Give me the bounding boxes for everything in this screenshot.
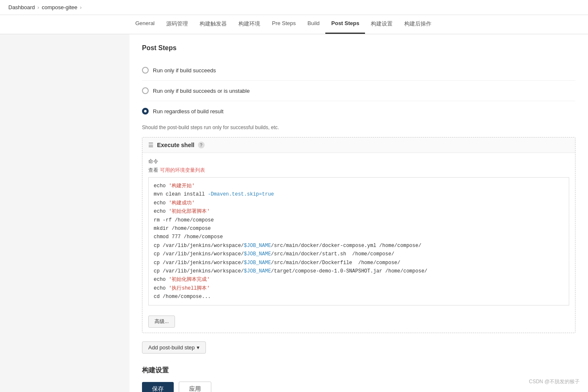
radio-circle-3 (142, 108, 149, 115)
save-button[interactable]: 保存 (142, 382, 174, 392)
radio-label-2: Run only if build succeeds or is unstabl… (153, 88, 250, 94)
tab-triggers[interactable]: 构建触发器 (194, 15, 233, 34)
tab-general[interactable]: General (129, 15, 160, 34)
content-area: Post Steps Run only if build succeeds Ru… (129, 34, 588, 392)
watermark: CSDN @不脱发的猴子 (529, 378, 580, 385)
tab-build[interactable]: Build (302, 15, 325, 34)
tab-env[interactable]: 构建环境 (233, 15, 266, 34)
radio-option-1[interactable]: Run only if build succeeds (142, 60, 575, 81)
main-layout: Post Steps Run only if build succeeds Ru… (0, 34, 588, 392)
env-prefix: 查看 (148, 167, 158, 173)
tab-post-actions[interactable]: 构建后操作 (398, 15, 437, 34)
shell-help-icon[interactable]: ? (198, 142, 205, 148)
tab-poststeps[interactable]: Post Steps (325, 15, 365, 34)
action-buttons: 保存 应用 (142, 382, 575, 392)
apply-button[interactable]: 应用 (179, 382, 211, 392)
build-settings-title: 构建设置 (142, 366, 575, 375)
tab-build-settings[interactable]: 构建设置 (365, 15, 398, 34)
breadcrumb-dashboard[interactable]: Dashboard (8, 4, 35, 10)
sidebar (0, 34, 129, 392)
tab-bar: General 源码管理 构建触发器 构建环境 Pre Steps Build … (0, 15, 588, 34)
add-post-build-step-button[interactable]: Add post-build step ▾ (142, 341, 206, 354)
execute-shell-block: ☰ Execute shell ? 命令 查看 可用的环境变量列表 echo '… (142, 137, 575, 333)
add-step-dropdown-icon: ▾ (197, 344, 200, 351)
shell-header-title: Execute shell (157, 142, 195, 148)
page-title: Post Steps (142, 44, 575, 52)
cmd-label: 命令 (148, 158, 569, 165)
code-area[interactable]: echo '构建开始' mvn clean install -Dmaven.te… (148, 177, 569, 305)
add-step-label: Add post-build step (148, 344, 195, 351)
tab-presteps[interactable]: Pre Steps (266, 15, 302, 34)
shell-header: ☰ Execute shell ? (142, 137, 575, 153)
env-link-container: 查看 可用的环境变量列表 (148, 167, 569, 174)
breadcrumb-sep-1: › (38, 4, 39, 10)
advanced-button[interactable]: 高级... (148, 316, 175, 328)
hint-text: Should the post-build steps run only for… (142, 125, 575, 130)
radio-circle-1 (142, 67, 149, 74)
shell-body: 命令 查看 可用的环境变量列表 echo '构建开始' mvn clean in… (142, 153, 575, 311)
radio-label-3: Run regardless of build result (153, 108, 223, 115)
radio-group: Run only if build succeeds Run only if b… (142, 60, 575, 121)
radio-circle-2 (142, 87, 149, 94)
breadcrumb-project[interactable]: compose-gitee (42, 4, 77, 10)
radio-option-3[interactable]: Run regardless of build result (142, 101, 575, 121)
radio-option-2[interactable]: Run only if build succeeds or is unstabl… (142, 81, 575, 101)
code-line-1: echo '构建开始' mvn clean install -Dmaven.te… (154, 183, 427, 300)
radio-label-1: Run only if build succeeds (153, 67, 216, 74)
hamburger-icon: ☰ (148, 142, 154, 148)
breadcrumb: Dashboard › compose-gitee › (0, 0, 588, 15)
tab-source[interactable]: 源码管理 (160, 15, 194, 34)
env-variables-link[interactable]: 可用的环境变量列表 (160, 167, 205, 173)
breadcrumb-sep-2: › (80, 4, 81, 10)
